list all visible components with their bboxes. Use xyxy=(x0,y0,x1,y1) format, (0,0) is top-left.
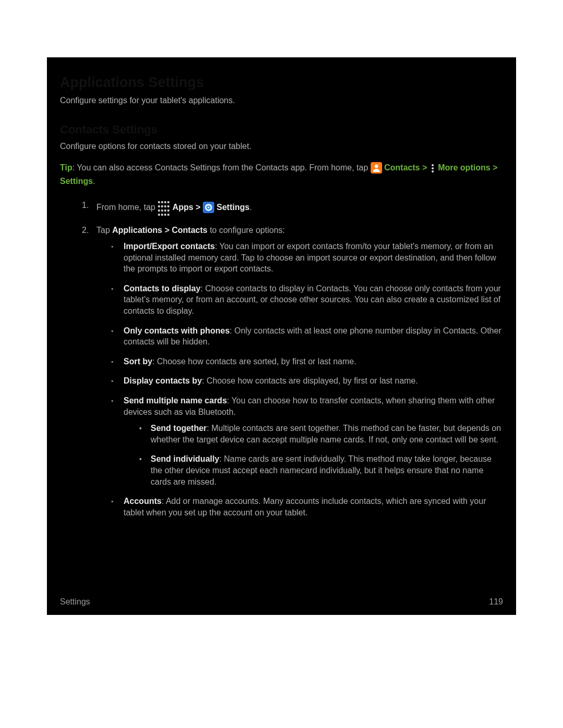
step-2-contacts: Contacts xyxy=(172,226,207,235)
intro-main: Configure settings for your tablet's app… xyxy=(60,95,503,106)
step-num: 2. xyxy=(82,225,89,236)
step-2-pre: Tap xyxy=(96,226,112,235)
heading-sub: Contacts Settings xyxy=(60,122,503,138)
apps-label: Apps > xyxy=(173,203,203,212)
send-individually: Send individually: Name cards are sent i… xyxy=(139,453,503,487)
footer-left: Settings xyxy=(60,596,90,608)
step-1: 1. From home, tap Apps > Settings. xyxy=(82,200,503,216)
option-send-multiple: Send multiple name cards: You can choose… xyxy=(111,395,503,487)
contacts-app-icon xyxy=(371,162,382,174)
send-together: Send together: Multiple contacts are sen… xyxy=(139,423,503,445)
step-num: 1. xyxy=(82,200,89,211)
svg-point-0 xyxy=(374,165,378,168)
settings-gear-icon xyxy=(203,202,214,213)
send-sublist: Send together: Multiple contacts are sen… xyxy=(139,423,503,487)
sub-b: Send together xyxy=(151,424,207,433)
step-2-mid: > xyxy=(162,226,172,235)
tip-lead: : You can also access Contacts Settings … xyxy=(72,163,371,172)
footer-page-number: 119 xyxy=(489,596,503,608)
settings-label: Settings xyxy=(217,203,250,212)
step-1-pre: From home, tap xyxy=(96,203,157,212)
opt-b: Sort by xyxy=(124,357,152,366)
steps-list: 1. From home, tap Apps > Settings. 2. Ta… xyxy=(82,200,503,519)
opt-b: Send multiple name cards xyxy=(124,396,227,405)
option-import-export: Import/Export contacts: You can import o… xyxy=(111,241,503,275)
tip-label: Tip xyxy=(60,163,72,172)
opt-b: Only contacts with phones xyxy=(124,326,230,335)
step-2-apps: Applications xyxy=(112,226,162,235)
option-display-contacts-by: Display contacts by: Choose how contacts… xyxy=(111,375,503,387)
tip-contacts: Contacts > xyxy=(384,163,430,172)
option-accounts: Accounts: Add or manage accounts. Many a… xyxy=(111,496,503,518)
opt-t: : Choose how contacts are sorted, by fir… xyxy=(152,357,356,366)
step-2: 2. Tap Applications > Contacts to config… xyxy=(82,225,503,519)
opt-b: Display contacts by xyxy=(124,376,202,385)
document-body: Applications Settings Configure settings… xyxy=(47,57,516,615)
apps-grid-icon xyxy=(157,199,170,216)
step-2-post: to configure options: xyxy=(207,226,285,235)
page: Applications Settings Configure settings… xyxy=(0,0,563,728)
option-contacts-to-display: Contacts to display: Choose contacts to … xyxy=(111,283,503,317)
option-sort-by: Sort by: Choose how contacts are sorted,… xyxy=(111,356,503,367)
page-footer: Settings 119 xyxy=(60,596,503,608)
intro-sub: Configure options for contacts stored on… xyxy=(60,141,503,152)
more-options-icon xyxy=(430,163,436,174)
opt-t: : Add or manage accounts. Many accounts … xyxy=(124,497,486,517)
tip-period: . xyxy=(93,177,95,186)
step-1-post: . xyxy=(250,203,252,212)
option-only-with-phones: Only contacts with phones: Only contacts… xyxy=(111,325,503,348)
sub-b: Send individually xyxy=(151,454,219,463)
opt-b: Accounts xyxy=(124,497,162,505)
heading-main: Applications Settings xyxy=(60,73,503,92)
svg-point-3 xyxy=(207,206,209,208)
opt-t: : Choose how contacts are displayed, by … xyxy=(202,376,418,385)
opt-b: Import/Export contacts xyxy=(124,242,215,251)
opt-b: Contacts to display xyxy=(124,284,201,293)
options-list: Import/Export contacts: You can import o… xyxy=(111,241,503,518)
tip-paragraph: Tip: You can also access Contacts Settin… xyxy=(60,161,503,188)
